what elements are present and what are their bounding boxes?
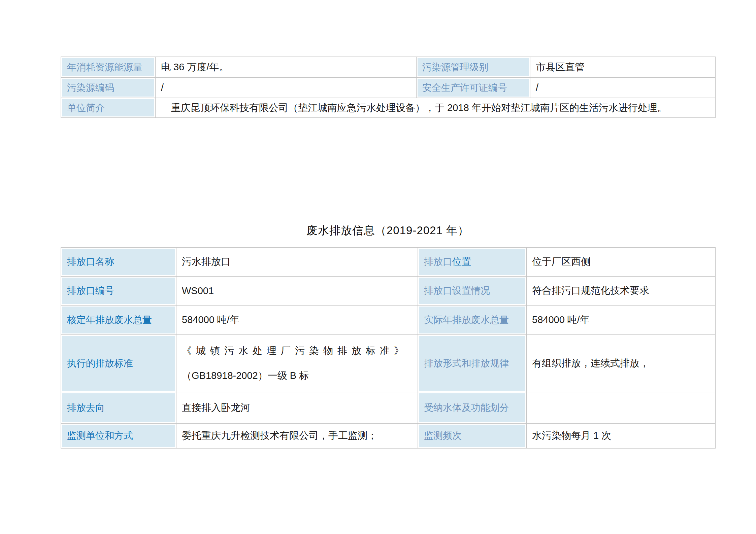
row-label-monitoring-frequency: 监测频次 [418, 423, 526, 448]
row-label-outlet-name: 排放口名称 [61, 247, 176, 276]
table-row: 单位简介 重庆昆顶环保科技有限公司（垫江城南应急污水处理设备），于 2018 年… [61, 98, 715, 118]
row-label-approved-discharge: 核定年排放废水总量 [61, 305, 176, 335]
standard-code-line: （GB18918-2002）一级 B 标 [182, 369, 414, 383]
row-label-company-profile: 单位简介 [61, 98, 155, 118]
row-label-outlet-location: 排放口位置 [418, 247, 526, 276]
row-label-outlet-setup: 排放口设置情况 [418, 276, 526, 305]
table-row: 污染源编码 / 安全生产许可证编号 / [61, 77, 715, 98]
row-label-safety-license: 安全生产许可证编号 [416, 77, 530, 98]
cell-discharge-destination-value: 直接排入卧龙河 [176, 392, 418, 423]
table-row: 排放口编号 WS001 排放口设置情况 符合排污口规范化技术要求 [61, 276, 715, 305]
table-row: 核定年排放废水总量 584000 吨/年 实际年排放废水总量 584000 吨/… [61, 305, 715, 335]
row-label-actual-discharge: 实际年排放废水总量 [418, 305, 526, 335]
cell-management-level-value: 市县区直管 [530, 57, 715, 77]
table-row: 执行的排放标准 《城镇污水处理厂污染物排放标准》 （GB18918-2002）一… [61, 335, 715, 392]
cell-company-profile-value: 重庆昆顶环保科技有限公司（垫江城南应急污水处理设备），于 2018 年开始对垫江… [155, 98, 715, 118]
row-label-discharge-standard: 执行的排放标准 [61, 335, 176, 392]
row-label-outlet-number: 排放口编号 [61, 276, 176, 305]
table-row: 监测单位和方式 委托重庆九升检测技术有限公司，手工监测； 监测频次 水污染物每月… [61, 423, 715, 448]
wastewater-discharge-table: 排放口名称 污水排放口 排放口位置 位于厂区西侧 排放口编号 WS001 排放口… [61, 247, 716, 449]
cell-outlet-setup-value: 符合排污口规范化技术要求 [526, 276, 715, 305]
cell-source-code-value: / [155, 77, 416, 98]
document-page: 年消耗资源能源量 电 36 万度/年。 污染源管理级别 市县区直管 污染源编码 … [61, 0, 715, 449]
row-label-annual-energy: 年消耗资源能源量 [61, 57, 155, 77]
cell-discharge-standard-value: 《城镇污水处理厂污染物排放标准》 （GB18918-2002）一级 B 标 [176, 335, 418, 392]
row-label-source-code: 污染源编码 [61, 77, 155, 98]
row-label-receiving-water: 受纳水体及功能划分 [418, 392, 526, 423]
section-title: 废水排放信息（2019-2021 年） [61, 223, 715, 238]
cell-receiving-water-value [526, 392, 715, 423]
table-row: 排放口名称 污水排放口 排放口位置 位于厂区西侧 [61, 247, 715, 276]
cell-outlet-name-value: 污水排放口 [176, 247, 418, 276]
table-row: 排放去向 直接排入卧龙河 受纳水体及功能划分 [61, 392, 715, 423]
row-label-discharge-pattern: 排放形式和排放规律 [418, 335, 526, 392]
row-label-management-level: 污染源管理级别 [416, 57, 530, 77]
cell-annual-energy-value: 电 36 万度/年。 [155, 57, 416, 77]
cell-discharge-pattern-value: 有组织排放，连续式排放， [526, 335, 715, 392]
cell-approved-discharge-value: 584000 吨/年 [176, 305, 418, 335]
row-label-monitoring-unit: 监测单位和方式 [61, 423, 176, 448]
cell-safety-license-value: / [530, 77, 715, 98]
table-row: 年消耗资源能源量 电 36 万度/年。 污染源管理级别 市县区直管 [61, 57, 715, 77]
cell-actual-discharge-value: 584000 吨/年 [526, 305, 715, 335]
basic-info-table: 年消耗资源能源量 电 36 万度/年。 污染源管理级别 市县区直管 污染源编码 … [61, 57, 716, 118]
row-label-discharge-destination: 排放去向 [61, 392, 176, 423]
standard-title-line: 《城镇污水处理厂污染物排放标准》 [182, 344, 414, 358]
cell-monitoring-unit-value: 委托重庆九升检测技术有限公司，手工监测； [176, 423, 418, 448]
cell-monitoring-frequency-value: 水污染物每月 1 次 [526, 423, 715, 448]
cell-outlet-location-value: 位于厂区西侧 [526, 247, 715, 276]
cell-outlet-number-value: WS001 [176, 276, 418, 305]
